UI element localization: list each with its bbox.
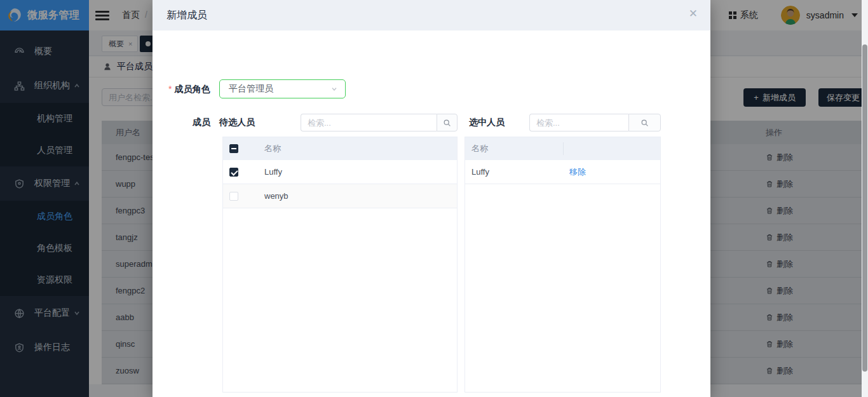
page-scrollbar[interactable]: [862, 0, 868, 397]
selected-search-input[interactable]: [529, 114, 628, 131]
candidate-row: wenyb: [223, 184, 457, 208]
row-checkbox[interactable]: [229, 168, 238, 177]
dialog-title: 新增成员: [166, 9, 207, 22]
selected-header-row: 名称: [465, 137, 660, 160]
dialog-header: 新增成员 ✕: [153, 0, 710, 30]
screen: 微服务管理 概要 组织机构 机构管理 人员管理 权限管理 成员角色: [0, 0, 868, 397]
selected-search-group: [529, 114, 661, 131]
candidates-search-input[interactable]: [301, 114, 437, 131]
add-member-dialog: 新增成员 ✕ *成员角色 平台管理员 成员 待选人员 名称: [153, 0, 710, 397]
candidate-name: wenyb: [244, 191, 288, 201]
candidates-panel-title: 待选人员: [219, 117, 255, 128]
dialog-body: *成员角色 平台管理员 成员 待选人员 名称 Luffy: [153, 30, 710, 397]
chevron-down-icon: [331, 86, 337, 92]
candidates-search-group: [301, 114, 458, 131]
remove-link[interactable]: 移除: [569, 166, 586, 178]
role-select[interactable]: 平台管理员: [219, 79, 346, 98]
search-icon: [443, 119, 451, 127]
required-asterisk: *: [168, 84, 172, 94]
close-icon[interactable]: ✕: [689, 8, 698, 19]
selected-row: Luffy 移除: [465, 160, 660, 184]
members-field-label: 成员: [193, 117, 210, 128]
name-column-header: 名称: [244, 143, 281, 154]
candidates-table: 名称 Luffy wenyb: [222, 137, 458, 393]
select-all-checkbox[interactable]: [229, 144, 238, 153]
selected-name: Luffy: [465, 167, 489, 177]
role-label-text: 成员角色: [174, 84, 210, 94]
row-checkbox[interactable]: [229, 192, 238, 201]
name-column-header: 名称: [465, 143, 488, 154]
column-divider: [563, 142, 564, 155]
role-field-label: *成员角色: [168, 84, 210, 95]
candidate-row: Luffy: [223, 160, 457, 184]
role-select-value: 平台管理员: [229, 83, 273, 95]
search-icon: [641, 119, 649, 127]
selected-table: 名称 Luffy 移除: [465, 137, 661, 393]
selected-search-button[interactable]: [628, 114, 661, 131]
scrollbar-thumb[interactable]: [862, 44, 867, 372]
candidates-search-button[interactable]: [437, 114, 458, 131]
candidates-header-row: 名称: [223, 137, 457, 160]
selected-panel-title: 选中人员: [469, 117, 505, 128]
candidate-name: Luffy: [244, 167, 282, 177]
